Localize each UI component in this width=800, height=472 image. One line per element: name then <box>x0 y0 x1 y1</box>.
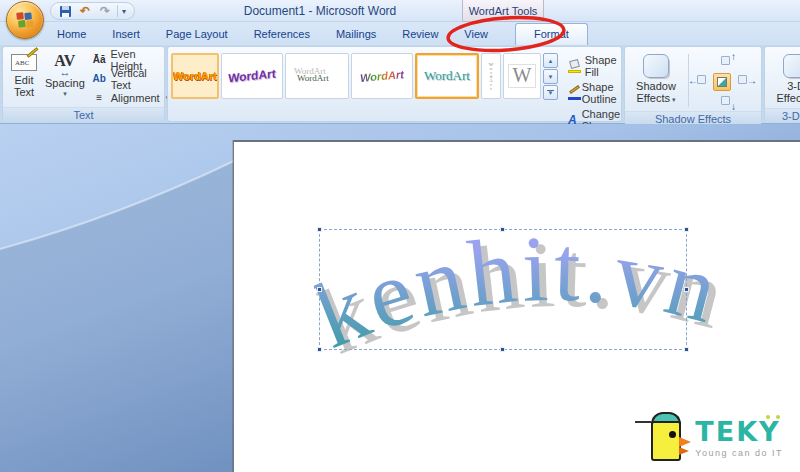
tab-references[interactable]: References <box>241 24 323 45</box>
resize-handle-bottom-left[interactable] <box>317 347 322 352</box>
qat-separator <box>117 5 118 17</box>
edit-text-button[interactable]: ABC Edit Text <box>6 50 42 107</box>
style-3-preview: WordArt <box>297 73 329 83</box>
customize-qat-icon[interactable]: ▾ <box>122 7 126 16</box>
wordart-style-7[interactable]: W <box>503 53 541 99</box>
nudge-left-icon: ← <box>688 75 698 86</box>
resize-handle-bottom-right[interactable] <box>684 347 689 352</box>
wordart-style-4[interactable]: WordArt <box>351 53 413 99</box>
shadow-nudge-cluster: ↑ ← → ↓ <box>693 53 751 111</box>
nudge-up-icon: ↑ <box>731 51 736 62</box>
redo-icon[interactable]: ↷ <box>97 4 113 19</box>
shape-fill-icon <box>568 60 580 73</box>
tab-review[interactable]: Review <box>389 24 451 45</box>
gallery-scrollbar: ▲ ▼ ▼ <box>543 53 558 132</box>
resize-handle-middle-left[interactable] <box>317 287 322 292</box>
group-wordart-styles: WordArt WordArt WordArt WordArt WordArt … <box>167 46 622 122</box>
ribbon-tab-row: Home Insert Page Layout References Maili… <box>0 22 800 45</box>
wordart-style-2[interactable]: WordArt <box>221 53 283 99</box>
nudge-up-square[interactable] <box>721 56 730 65</box>
wordart-style-5-selected[interactable]: WordArt <box>415 53 479 99</box>
teky-dot-icon <box>776 415 780 419</box>
vertical-text-icon: Ab <box>92 73 107 84</box>
wordart-selection-box[interactable] <box>319 229 687 350</box>
alignment-label: Alignment <box>111 92 160 104</box>
teky-bird-icon <box>643 409 689 465</box>
tab-mailings[interactable]: Mailings <box>323 24 389 45</box>
shape-outline-icon <box>568 87 577 100</box>
threed-effects-icon <box>783 54 800 78</box>
teky-tagline: Young can do IT <box>695 448 783 458</box>
group-label-3d-effects: 3-D Effects <box>765 108 800 123</box>
alignment-icon: ≡ <box>92 92 107 103</box>
nudge-right-icon: → <box>747 75 757 86</box>
threed-effects-label-2: Effects <box>777 92 800 106</box>
tab-insert[interactable]: Insert <box>99 24 153 45</box>
edit-text-icon: ABC <box>11 54 37 71</box>
spacing-arrow-icon: ↔ <box>59 68 70 76</box>
resize-handle-top-right[interactable] <box>684 227 689 232</box>
shape-outline-label: Shape Outline <box>582 81 626 105</box>
wordart-style-6[interactable]: WordArt <box>481 53 501 99</box>
vertical-text-label: Vertical Text <box>111 67 170 91</box>
office-logo-icon <box>16 11 34 29</box>
threed-effects-label-1: 3-D <box>787 80 800 92</box>
contextual-tab-group-label: WordArt Tools <box>462 0 544 22</box>
teky-watermark: TEKY Young can do IT <box>643 409 783 465</box>
wordart-style-gallery: WordArt WordArt WordArt WordArt WordArt … <box>171 53 541 132</box>
nudge-down-square[interactable] <box>721 96 730 105</box>
background-swoosh <box>0 124 240 472</box>
alignment-button[interactable]: ≡ Alignment <box>90 88 171 107</box>
resize-handle-top-middle[interactable] <box>500 227 505 232</box>
title-bar: ↶ ↷ ▾ Document1 - Microsoft Word WordArt… <box>0 0 800 22</box>
document-workspace: kenhit.vn kenhit.vn <box>0 124 800 472</box>
resize-handle-bottom-middle[interactable] <box>500 347 505 352</box>
gallery-more-arrow: ▼ <box>548 92 554 95</box>
spacing-button[interactable]: AV ↔ Spacing <box>42 50 88 107</box>
word-window: ↶ ↷ ▾ Document1 - Microsoft Word WordArt… <box>0 0 800 472</box>
nudge-right-square[interactable] <box>738 75 747 84</box>
shadow-effects-button[interactable]: Shadow Effects <box>628 50 684 111</box>
ribbon: ABC Edit Text AV ↔ Spacing Āā Even Heigh… <box>0 45 800 124</box>
group-3d-effects: 3-D Effects 3-D Effects <box>764 46 800 122</box>
wordart-style-1[interactable]: WordArt <box>171 53 219 99</box>
document-page[interactable]: kenhit.vn kenhit.vn <box>233 140 800 472</box>
shadow-effects-label-1: Shadow <box>636 80 676 92</box>
undo-icon[interactable]: ↶ <box>77 4 93 19</box>
shadow-toggle-button[interactable] <box>713 73 731 91</box>
tab-format-active[interactable]: Format <box>515 23 588 45</box>
style-2-preview: WordArt <box>228 66 276 85</box>
threed-effects-button[interactable]: 3-D Effects <box>768 50 800 108</box>
group-label-text: Text <box>3 107 164 122</box>
nudge-left-square[interactable] <box>697 75 706 84</box>
wordart-style-3[interactable]: WordArt WordArt <box>285 53 349 99</box>
style-7-preview: W <box>508 64 537 88</box>
tab-view[interactable]: View <box>451 24 501 45</box>
style-5-preview: WordArt <box>424 68 470 84</box>
edit-text-label: Edit Text <box>9 74 39 98</box>
teky-brand-name: TEKY <box>695 416 783 447</box>
shadow-effects-label-2: Effects <box>637 92 676 106</box>
group-shadow-effects: Shadow Effects ↑ ← → ↓ Shadow Effects <box>624 46 762 122</box>
gallery-scroll-up-icon[interactable]: ▲ <box>543 53 558 68</box>
teky-dot-icon <box>766 415 770 419</box>
style-4-preview: WordArt <box>360 68 405 84</box>
style-1-preview: WordArt <box>173 70 217 82</box>
vertical-text-button[interactable]: Ab Vertical Text <box>90 69 171 88</box>
resize-handle-middle-right[interactable] <box>684 287 689 292</box>
tab-home[interactable]: Home <box>44 24 99 45</box>
shadow-toggle-icon <box>717 77 727 87</box>
save-icon[interactable] <box>57 4 73 19</box>
resize-handle-top-left[interactable] <box>317 227 322 232</box>
style-6-preview: WordArt <box>489 62 494 90</box>
tab-page-layout[interactable]: Page Layout <box>153 24 241 45</box>
window-title: Document1 - Microsoft Word <box>170 4 470 18</box>
spacing-label: Spacing <box>45 77 85 89</box>
group-text: ABC Edit Text AV ↔ Spacing Āā Even Heigh… <box>2 46 165 122</box>
gallery-more-icon[interactable]: ▼ <box>543 85 558 100</box>
shadow-effects-icon <box>643 54 669 78</box>
office-button[interactable] <box>6 1 44 39</box>
gallery-scroll-down-icon[interactable]: ▼ <box>543 69 558 84</box>
shape-fill-label: Shape Fill <box>585 54 626 78</box>
nudge-down-icon: ↓ <box>731 101 736 112</box>
